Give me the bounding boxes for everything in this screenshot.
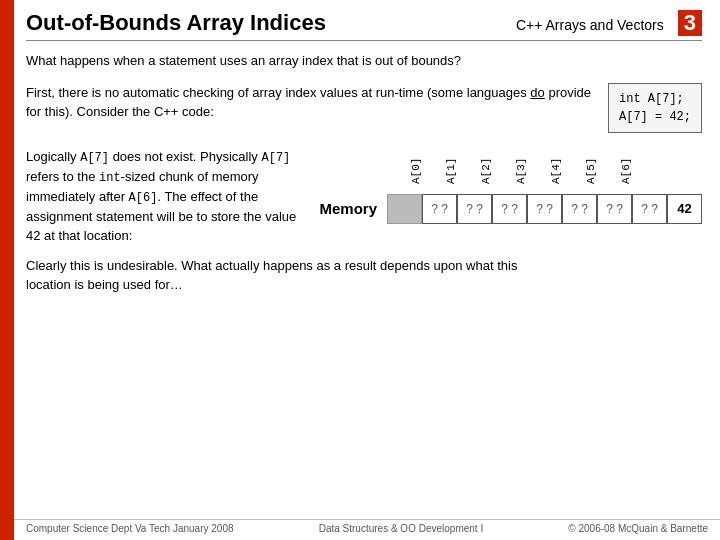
array-headers: A[0] A[1] A[2] A[3] A[4] A[5] A[6] (317, 147, 632, 192)
para1-do: do (530, 85, 544, 100)
slide-title: Out-of-Bounds Array Indices (26, 10, 326, 36)
mem-cell-5: ? ? (597, 194, 632, 224)
diagram-area: A[0] A[1] A[2] A[3] A[4] A[5] A[6] Memor… (317, 147, 702, 224)
memory-row: Memory ? ? ? ? ? ? ? ? ? ? ? ? ? ? 42 (317, 194, 702, 224)
memory-cells: ? ? ? ? ? ? ? ? ? ? ? ? ? ? 42 (387, 194, 702, 224)
memory-section: Logically A[7] does not exist. Physicall… (26, 147, 702, 246)
content-area: Out-of-Bounds Array Indices C++ Arrays a… (14, 0, 720, 295)
mem-cell-2: ? ? (492, 194, 527, 224)
para2-text: Logically A[7] does not exist. Physicall… (26, 147, 307, 246)
para3-line2: location is being used for… (26, 277, 183, 292)
para3-line1: Clearly this is undesirable. What actual… (26, 258, 517, 273)
header-a6: A[6] (597, 147, 632, 192)
code-line1: int A[7]; (619, 90, 691, 108)
header-a4: A[4] (527, 147, 562, 192)
header-a0: A[0] (387, 147, 422, 192)
code-line2: A[7] = 42; (619, 108, 691, 126)
para1-part1: First, there is no automatic checking of… (26, 85, 530, 100)
slide: Out-of-Bounds Array Indices C++ Arrays a… (0, 0, 720, 540)
code-block: int A[7]; A[7] = 42; (608, 83, 702, 133)
header-a2: A[2] (457, 147, 492, 192)
mem-cell-pre (387, 194, 422, 224)
header-right: C++ Arrays and Vectors 3 (516, 10, 702, 36)
slide-number: 3 (678, 10, 702, 36)
header-a1: A[1] (422, 147, 457, 192)
mem-cell-1: ? ? (457, 194, 492, 224)
mem-cell-4: ? ? (562, 194, 597, 224)
para3-text: Clearly this is undesirable. What actual… (26, 256, 702, 295)
red-accent-bar (0, 0, 14, 540)
footer-left: Computer Science Dept Va Tech January 20… (26, 523, 234, 534)
mem-cell-3: ? ? (527, 194, 562, 224)
header-subtitle: C++ Arrays and Vectors (516, 17, 664, 33)
header-a3: A[3] (492, 147, 527, 192)
mem-cell-0: ? ? (422, 194, 457, 224)
header-row: Out-of-Bounds Array Indices C++ Arrays a… (26, 10, 702, 41)
question-text: What happens when a statement uses an ar… (26, 51, 702, 71)
footer-center: Data Structures & OO Development I (319, 523, 484, 534)
mem-cell-6: ? ? (632, 194, 667, 224)
mem-cell-extra: 42 (667, 194, 702, 224)
para1-block: int A[7]; A[7] = 42; First, there is no … (26, 83, 702, 139)
footer: Computer Science Dept Va Tech January 20… (14, 519, 720, 534)
para1-text: First, there is no automatic checking of… (26, 83, 702, 122)
footer-right: © 2006-08 McQuain & Barnette (568, 523, 708, 534)
header-a5: A[5] (562, 147, 597, 192)
memory-label: Memory (317, 200, 377, 217)
